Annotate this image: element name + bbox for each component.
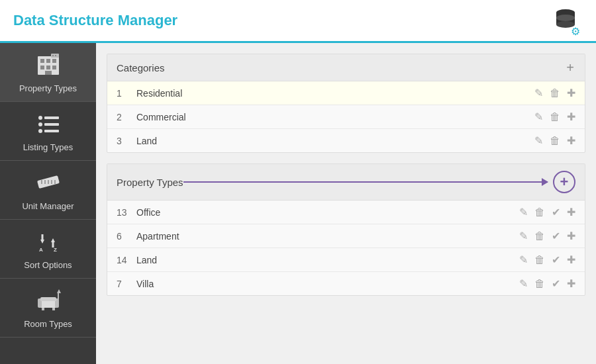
svg-marker-41 <box>57 289 61 293</box>
sidebar-label-room-types: Room Types <box>24 319 72 329</box>
delete-icon[interactable]: 🗑 <box>550 135 560 147</box>
sidebar-label-sort-options: Sort Options <box>24 260 72 270</box>
svg-rect-37 <box>40 297 56 301</box>
row-name: Commercial <box>136 112 534 122</box>
check-icon[interactable]: ✔ <box>552 230 560 242</box>
sidebar-item-sort-options[interactable]: A Z Sort Options <box>0 220 96 279</box>
edit-icon[interactable]: ✎ <box>519 206 528 218</box>
row-name: Residential <box>136 88 534 99</box>
app-header: Data Structure Manager ⚙ <box>0 0 596 43</box>
svg-rect-9 <box>40 66 44 69</box>
row-actions: ✎ 🗑 ✔ ✚ <box>519 206 575 218</box>
header-icon-area: ⚙ <box>551 5 583 36</box>
svg-marker-28 <box>40 240 44 244</box>
svg-point-18 <box>38 122 42 126</box>
table-row: 6 Apartment ✎ 🗑 ✔ ✚ <box>107 224 585 248</box>
edit-icon[interactable]: ✎ <box>534 134 543 147</box>
svg-rect-19 <box>44 123 59 126</box>
table-row: 7 Villa ✎ 🗑 ✔ ✚ <box>107 272 585 295</box>
row-number: 6 <box>117 231 136 242</box>
categories-table: 1 Residential ✎ 🗑 ✚ 2 Commercial ✎ 🗑 ✚ <box>107 81 585 152</box>
row-actions: ✎ 🗑 ✔ ✚ <box>519 230 575 242</box>
move-icon[interactable]: ✚ <box>567 253 575 266</box>
edit-icon[interactable]: ✎ <box>534 111 543 123</box>
row-number: 2 <box>117 112 136 122</box>
row-actions: ✎ 🗑 ✔ ✚ <box>519 253 575 266</box>
main-content: Categories + 1 Residential ✎ 🗑 ✚ 2 <box>96 43 596 364</box>
sidebar-label-unit-manager: Unit Manager <box>22 201 74 211</box>
svg-text:⚙: ⚙ <box>571 26 580 36</box>
categories-title: Categories <box>117 62 165 73</box>
svg-rect-40 <box>58 293 59 306</box>
list-icon <box>35 110 62 140</box>
categories-header: Categories + <box>107 54 585 81</box>
svg-rect-14 <box>52 55 54 56</box>
building-icon <box>35 51 62 81</box>
delete-icon[interactable]: 🗑 <box>550 111 560 123</box>
sidebar-label-property-types: Property Types <box>19 83 77 93</box>
property-types-panel: Property Types + 13 Office ✎ 🗑 ✔ <box>107 163 585 296</box>
delete-icon[interactable]: 🗑 <box>534 206 545 218</box>
svg-point-20 <box>38 129 42 133</box>
row-name: Land <box>136 136 534 146</box>
sidebar-item-unit-manager[interactable]: Unit Manager <box>0 161 96 220</box>
row-actions: ✎ 🗑 ✚ <box>534 87 575 99</box>
property-types-table: 13 Office ✎ 🗑 ✔ ✚ 6 Apartment ✎ 🗑 <box>107 201 585 295</box>
move-icon[interactable]: ✚ <box>567 277 575 290</box>
svg-text:Z: Z <box>54 247 57 253</box>
row-actions: ✎ 🗑 ✔ ✚ <box>519 277 575 290</box>
move-icon[interactable]: ✚ <box>567 87 575 99</box>
svg-rect-38 <box>42 308 44 310</box>
sidebar-item-listing-types[interactable]: Listing Types <box>0 102 96 161</box>
svg-rect-29 <box>41 234 43 240</box>
delete-icon[interactable]: 🗑 <box>550 87 560 99</box>
property-types-header: Property Types + <box>107 164 585 201</box>
delete-icon[interactable]: 🗑 <box>534 278 545 290</box>
categories-add-button[interactable]: + <box>565 61 575 74</box>
svg-rect-7 <box>46 59 50 63</box>
check-icon[interactable]: ✔ <box>552 277 560 290</box>
edit-icon[interactable]: ✎ <box>534 87 543 99</box>
row-number: 1 <box>117 88 136 99</box>
svg-rect-12 <box>45 71 52 75</box>
app-title: Data Structure Manager <box>13 12 177 29</box>
move-icon[interactable]: ✚ <box>567 230 575 242</box>
sidebar-item-property-types[interactable]: Property Types <box>0 43 96 102</box>
sort-icon: A Z <box>35 228 62 257</box>
svg-rect-15 <box>55 55 56 56</box>
svg-rect-11 <box>52 66 56 69</box>
sidebar-item-room-types[interactable]: Room Types <box>0 279 96 338</box>
table-row: 1 Residential ✎ 🗑 ✚ <box>107 81 585 105</box>
svg-rect-6 <box>40 59 44 63</box>
property-types-title: Property Types <box>117 177 183 188</box>
move-icon[interactable]: ✚ <box>567 134 575 147</box>
move-icon[interactable]: ✚ <box>567 111 575 123</box>
svg-rect-39 <box>52 308 55 310</box>
row-name: Land <box>136 255 519 265</box>
table-row: 14 Land ✎ 🗑 ✔ ✚ <box>107 248 585 272</box>
arrow-line <box>183 181 548 183</box>
check-icon[interactable]: ✔ <box>552 253 560 266</box>
svg-rect-21 <box>44 130 59 132</box>
arrow-container <box>183 181 548 183</box>
edit-icon[interactable]: ✎ <box>519 230 528 242</box>
main-layout: Property Types Listing Types <box>0 43 596 364</box>
delete-icon[interactable]: 🗑 <box>534 254 545 266</box>
svg-rect-17 <box>44 116 59 119</box>
delete-icon[interactable]: 🗑 <box>534 230 545 242</box>
row-actions: ✎ 🗑 ✚ <box>534 134 575 147</box>
row-number: 3 <box>117 136 136 146</box>
row-name: Villa <box>136 279 519 289</box>
svg-point-3 <box>556 15 575 21</box>
check-icon[interactable]: ✔ <box>552 206 560 218</box>
row-number: 7 <box>117 279 136 289</box>
categories-panel: Categories + 1 Residential ✎ 🗑 ✚ 2 <box>107 54 585 153</box>
move-icon[interactable]: ✚ <box>567 206 575 218</box>
edit-icon[interactable]: ✎ <box>519 253 528 266</box>
property-types-add-button[interactable]: + <box>553 171 575 193</box>
sidebar: Property Types Listing Types <box>0 43 96 364</box>
table-row: 3 Land ✎ 🗑 ✚ <box>107 129 585 152</box>
row-number: 14 <box>117 255 136 265</box>
ruler-icon <box>35 169 62 199</box>
edit-icon[interactable]: ✎ <box>519 277 528 290</box>
